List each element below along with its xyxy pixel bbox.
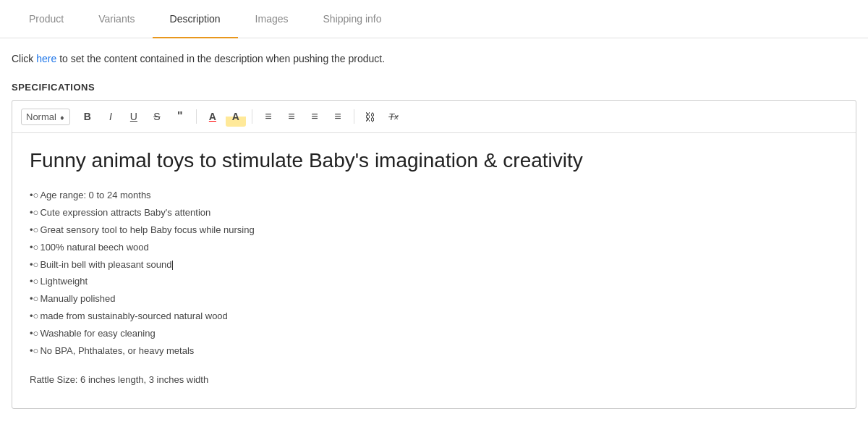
format-select-arrow-icon: ⬧ xyxy=(59,111,65,122)
list-item: Built-in bell with pleasant sound xyxy=(30,258,838,273)
italic-button[interactable]: I xyxy=(101,106,121,127)
tab-bar: Product Variants Description Images Ship… xyxy=(0,0,868,38)
list-ordered-button[interactable]: ≡ xyxy=(258,106,278,127)
info-suffix: to set the content contained in the desc… xyxy=(56,53,385,64)
page-content: Click here to set the content contained … xyxy=(0,38,868,423)
tab-variants[interactable]: Variants xyxy=(81,0,152,38)
list-item: Manually polished xyxy=(30,292,838,307)
text-cursor xyxy=(172,261,173,270)
list-item: Washable for easy cleaning xyxy=(30,326,838,342)
tab-product[interactable]: Product xyxy=(12,0,81,38)
list-item: Cute expression attracts Baby's attentio… xyxy=(30,206,838,221)
list-item: Great sensory tool to help Baby focus wh… xyxy=(30,223,838,238)
info-prefix: Click xyxy=(12,53,36,64)
tab-shipping-info[interactable]: Shipping info xyxy=(306,0,399,38)
quote-button[interactable]: " xyxy=(170,106,190,127)
info-text: Click here to set the content contained … xyxy=(12,53,856,64)
indent-more-button[interactable]: ≡ xyxy=(328,106,348,127)
info-link[interactable]: here xyxy=(36,53,56,64)
format-select-label: Normal xyxy=(26,111,56,122)
toolbar-divider-1 xyxy=(196,109,197,124)
tab-description[interactable]: Description xyxy=(153,0,238,38)
toolbar-divider-3 xyxy=(354,109,354,124)
link-button[interactable]: ⛓ xyxy=(360,106,380,127)
underline-button[interactable]: U xyxy=(124,106,144,127)
toolbar-divider-2 xyxy=(252,109,252,124)
list-item: Lightweight xyxy=(30,274,838,289)
tab-images[interactable]: Images xyxy=(238,0,306,38)
link-icon: ⛓ xyxy=(365,111,375,123)
list-item: Age range: 0 to 24 months xyxy=(30,188,838,203)
text-color-button[interactable]: A xyxy=(203,106,223,127)
editor-heading: Funny animal toys to stimulate Baby's im… xyxy=(30,148,838,174)
clear-format-button[interactable]: Tx xyxy=(383,106,404,127)
list-bullet-button[interactable]: ≡ xyxy=(281,106,302,127)
list-item: made from sustainably-sourced natural wo… xyxy=(30,309,838,324)
editor-body[interactable]: Funny animal toys to stimulate Baby's im… xyxy=(12,133,856,408)
bold-button[interactable]: B xyxy=(77,106,98,127)
rattle-size: Rattle Size: 6 inches length, 3 inches w… xyxy=(30,373,838,388)
bullet-list: Age range: 0 to 24 months Cute expressio… xyxy=(30,188,838,358)
section-label: SPECIFICATIONS xyxy=(12,82,856,93)
editor-toolbar: Normal ⬧ B I U S " A A ≡ ≡ ≡ ≡ ⛓ Tx xyxy=(12,101,856,133)
text-highlight-button[interactable]: A xyxy=(226,106,246,127)
list-item: No BPA, Phthalates, or heavy metals xyxy=(30,344,838,359)
indent-less-button[interactable]: ≡ xyxy=(305,106,325,127)
format-select[interactable]: Normal ⬧ xyxy=(21,109,70,125)
strikethrough-button[interactable]: S xyxy=(147,106,167,127)
list-item: 100% natural beech wood xyxy=(30,240,838,255)
editor-container: Normal ⬧ B I U S " A A ≡ ≡ ≡ ≡ ⛓ Tx Funn… xyxy=(12,100,856,409)
